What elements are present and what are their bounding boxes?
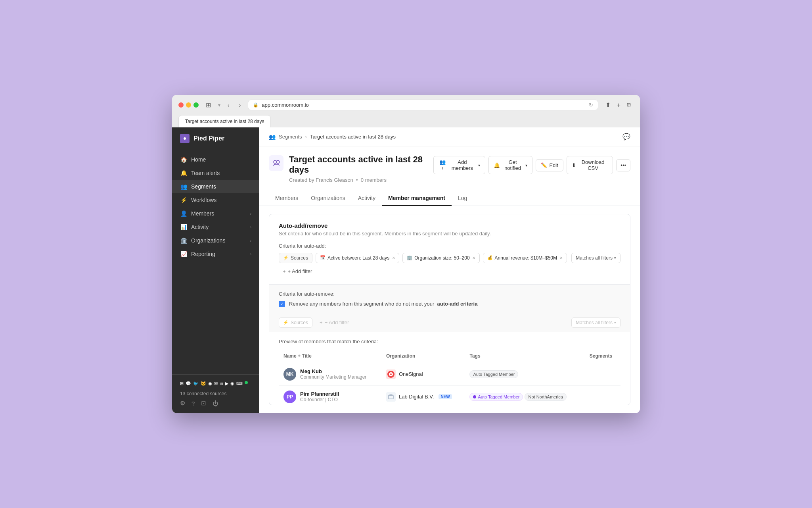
share-button[interactable]: ⬆ bbox=[603, 100, 613, 110]
address-bar[interactable]: 🔒 app.commonroom.io ↻ bbox=[248, 100, 598, 110]
add-members-icon: 👥+ bbox=[439, 159, 446, 171]
video-icon: ▶ bbox=[225, 381, 228, 386]
table-row: PP Pim Pfannerstill Co-founder | CTO bbox=[279, 385, 620, 405]
member-name[interactable]: Meg Kub bbox=[300, 368, 366, 374]
sidebar-brand[interactable]: Pied Piper bbox=[172, 127, 259, 150]
auto-remove-checkbox[interactable]: ✓ bbox=[279, 301, 285, 307]
remove-filter-icon[interactable]: × bbox=[473, 255, 475, 261]
github-icon: 🐱 bbox=[201, 381, 206, 386]
org-cell-2: Lab Digital B.V. NEW bbox=[381, 385, 465, 405]
sidebar-toggle-button[interactable]: ⊞ bbox=[203, 100, 213, 110]
sidebar-item-team-alerts[interactable]: 🔔 Team alerts bbox=[172, 166, 259, 180]
power-button[interactable]: ⏻ bbox=[213, 400, 218, 407]
close-button[interactable] bbox=[178, 102, 184, 108]
keyboardicon: ⌨ bbox=[236, 381, 243, 386]
sidebar-item-label: Organizations bbox=[191, 237, 225, 244]
linkedin-icon: in bbox=[220, 381, 223, 386]
bell-small-icon: 🔔 bbox=[494, 162, 500, 168]
header-actions: 👥+ Add members ▾ 🔔 Get notified ▾ ✏️ Edi… bbox=[433, 156, 630, 174]
view-button[interactable]: ⊡ bbox=[201, 400, 206, 407]
org-name[interactable]: OneSignal bbox=[399, 371, 423, 377]
new-tab-button[interactable]: + bbox=[615, 100, 623, 110]
sidebar-item-label: Activity bbox=[191, 224, 209, 230]
connected-dot bbox=[245, 381, 248, 384]
member-title: Co-founder | CTO bbox=[300, 397, 339, 402]
traffic-lights[interactable] bbox=[178, 102, 199, 108]
doticon: ◉ bbox=[230, 381, 234, 386]
sources-filter-chip[interactable]: ⚡ Sources bbox=[279, 253, 312, 263]
tag-dot bbox=[473, 395, 476, 398]
tab-organizations[interactable]: Organizations bbox=[304, 191, 351, 206]
col-segments: Segments bbox=[585, 349, 620, 363]
more-options-button[interactable]: ••• bbox=[616, 159, 630, 171]
ellipsis-icon: ••• bbox=[620, 162, 626, 168]
annual-revenue-filter-chip[interactable]: 💰 Annual revenue: $10M–$50M × bbox=[483, 253, 567, 263]
matches-all-filters-dropdown[interactable]: Matches all filters ▾ bbox=[571, 253, 620, 263]
org-cell-1: OneSignal bbox=[381, 363, 465, 385]
col-tags: Tags bbox=[465, 349, 584, 363]
member-name[interactable]: Pim Pfannerstill bbox=[300, 391, 339, 397]
sidebar-item-activity[interactable]: 📊 Activity › bbox=[172, 220, 259, 234]
sidebar-item-home[interactable]: 🏠 Home bbox=[172, 153, 259, 166]
disabled-sources-chip: ⚡ Sources bbox=[279, 318, 312, 328]
breadcrumb-parent[interactable]: Segments bbox=[279, 134, 302, 140]
sources-label: Sources bbox=[291, 255, 308, 261]
tab-members[interactable]: Members bbox=[269, 191, 304, 206]
gmail-icon: ✉ bbox=[214, 381, 218, 386]
org-size-filter-chip[interactable]: 🏢 Organization size: 50–200 × bbox=[402, 253, 479, 263]
tab-label: Target accounts active in last 28 days bbox=[185, 119, 264, 124]
tab-log[interactable]: Log bbox=[452, 191, 473, 206]
breadcrumb: 👥 Segments › Target accounts active in l… bbox=[259, 127, 640, 146]
sidebar-item-reporting[interactable]: 📈 Reporting › bbox=[172, 247, 259, 261]
dropdown-chevron-disabled-icon: ▾ bbox=[614, 321, 616, 325]
page-header: Target accounts active in last 28 days C… bbox=[259, 146, 640, 183]
edit-button[interactable]: ✏️ Edit bbox=[536, 159, 563, 171]
criteria-remove-label: Criteria for auto-remove: bbox=[279, 291, 620, 297]
sidebar-item-label: Home bbox=[191, 156, 206, 163]
sidebar-item-members[interactable]: 👤 Members › bbox=[172, 207, 259, 220]
tab-member-management[interactable]: Member management bbox=[382, 191, 452, 206]
forward-button[interactable]: › bbox=[237, 100, 243, 110]
add-filter-button[interactable]: + + Add filter bbox=[279, 266, 316, 276]
chevron-right-icon: › bbox=[250, 239, 251, 243]
home-icon: 🏠 bbox=[180, 156, 187, 163]
browser-tab[interactable]: Target accounts active in last 28 days bbox=[178, 115, 271, 127]
download-csv-button[interactable]: ⬇ Download CSV bbox=[567, 156, 613, 174]
tab-activity[interactable]: Activity bbox=[352, 191, 382, 206]
avatar: PP bbox=[283, 391, 296, 403]
tag-purple[interactable]: Auto Tagged Member bbox=[469, 393, 523, 401]
tag[interactable]: Auto Tagged Member bbox=[469, 370, 518, 378]
table-row: MK Meg Kub Community Marketing Manager bbox=[279, 363, 620, 385]
calendar-icon: 📅 bbox=[320, 255, 326, 260]
auto-remove-checkbox-row: ✓ Remove any members from this segment w… bbox=[279, 301, 620, 307]
tabs-button[interactable]: ⧉ bbox=[624, 100, 634, 110]
back-button[interactable]: ‹ bbox=[225, 100, 232, 110]
remove-filter-icon[interactable]: × bbox=[560, 255, 563, 261]
connected-label: 13 connected sources bbox=[180, 391, 251, 396]
get-notified-button[interactable]: 🔔 Get notified ▾ bbox=[488, 156, 533, 174]
org-logo bbox=[386, 369, 396, 379]
slack-icon: ⊞ bbox=[180, 381, 184, 386]
settings-button[interactable]: ⚙ bbox=[180, 400, 185, 407]
disabled-matches-dropdown: Matches all filters ▾ bbox=[571, 318, 620, 328]
sidebar-item-organizations[interactable]: 🏛️ Organizations › bbox=[172, 234, 259, 247]
minimize-button[interactable] bbox=[186, 102, 191, 108]
org-name[interactable]: Lab Digital B.V. bbox=[399, 394, 434, 400]
help-button[interactable]: ? bbox=[192, 400, 195, 407]
active-between-filter-chip[interactable]: 📅 Active between: Last 28 days × bbox=[316, 253, 399, 263]
add-members-button[interactable]: 👥+ Add members ▾ bbox=[433, 156, 485, 174]
breadcrumb-current: Target accounts active in last 28 days bbox=[310, 134, 396, 140]
sidebar-item-workflows[interactable]: ⚡ Workflows bbox=[172, 193, 259, 207]
sidebar-item-segments[interactable]: 👥 Segments bbox=[172, 180, 259, 193]
reload-icon[interactable]: ↻ bbox=[589, 102, 593, 108]
tag[interactable]: Not NorthAmerica bbox=[525, 393, 566, 401]
chevron-right-icon: › bbox=[250, 212, 251, 216]
maximize-button[interactable] bbox=[193, 102, 199, 108]
chat-icon[interactable]: 💬 bbox=[622, 133, 630, 140]
breadcrumb-separator: › bbox=[305, 134, 307, 140]
segments-icon-small: 👥 bbox=[269, 134, 276, 140]
dropdown-arrow-icon: ▾ bbox=[525, 163, 527, 167]
new-badge: NEW bbox=[439, 394, 452, 399]
remove-filter-icon[interactable]: × bbox=[392, 255, 395, 261]
sources-icon: ⚡ bbox=[283, 255, 289, 260]
